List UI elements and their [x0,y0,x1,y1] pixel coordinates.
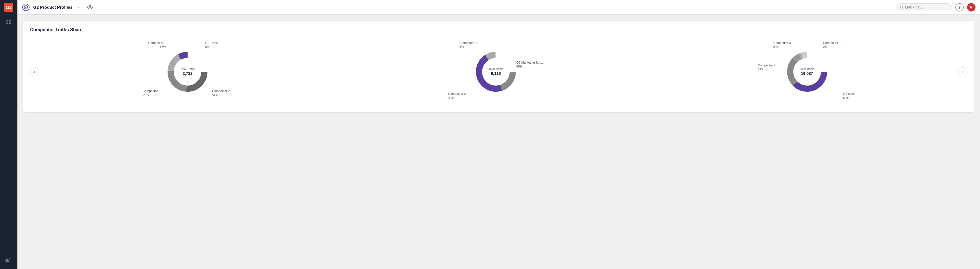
visibility-toggle[interactable] [87,5,93,10]
chart1-center-label: Total Traffic [180,67,195,71]
svg-rect-2 [6,20,8,21]
svg-point-8 [25,7,26,8]
chart1-center-value: 2,732 [180,71,195,76]
svg-rect-4 [6,22,8,24]
prev-arrow[interactable]: ‹ [30,67,39,76]
chart1-center: Total Traffic 2,732 [180,67,195,76]
donut-chart-1: Total Traffic 2,732 [164,48,212,96]
svg-rect-5 [9,22,11,24]
chart3-center-value: 19,087 [800,71,814,76]
chart3-label-g2com: G2.com,63% [843,92,855,100]
help-button[interactable]: ? [955,3,964,11]
card-title: Competitor Traffic Share [30,27,967,32]
next-arrow[interactable]: › [958,67,967,76]
chart3-center-label: Total Traffic [800,67,814,71]
charts-container: G2 Track,8% Competitor 116% Competitor 3… [39,38,958,106]
user-avatar[interactable]: R [967,3,975,11]
page-title: G2 Product Profiles [33,5,73,10]
competitor-traffic-card: Competitor Traffic Share ‹ G2 Track,8% C… [23,20,974,112]
header-dropdown-arrow[interactable] [76,5,80,10]
sidebar-logo[interactable]: G2 [0,0,18,14]
charts-wrapper: ‹ G2 Track,8% Competitor 116% Competitor… [30,38,967,106]
chart2-label-comp2: Competitor 245% [448,92,466,100]
quick-nav-input[interactable] [905,5,948,9]
quick-nav-search[interactable] [896,3,952,11]
svg-text:G2: G2 [6,5,11,10]
chart-item-3: Competitor 36% Competitor 12% Competitor… [757,38,858,106]
content-area: Competitor Traffic Share ‹ G2 Track,8% C… [18,14,980,269]
sidebar-item-dashboard[interactable] [0,14,18,29]
chart1-label-comp3: Competitor 325% [143,89,160,97]
svg-point-10 [900,6,903,8]
svg-rect-3 [9,20,11,21]
chart-item-1: G2 Track,8% Competitor 116% Competitor 3… [140,38,235,106]
chart2-label-g2mkt: G2 Marketing Sol....46% [516,61,544,69]
chart1-label-comp1: Competitor 116% [148,41,166,49]
chart-item-2: Competitor 18% G2 Marketing Sol....46% C… [448,38,544,106]
sidebar: G2 [0,0,18,269]
header-product-icon [22,3,30,11]
chart3-center: Total Traffic 19,087 [800,67,814,76]
svg-point-9 [89,6,91,8]
chart1-label-comp2: Competitor 251% [212,89,230,97]
g2-logo-icon: G2 [4,3,13,12]
export-icon[interactable] [5,257,11,264]
chart3-label-comp2: Competitor 224% [758,63,776,72]
main-area: G2 Product Profiles ? R Competitor Traff… [18,0,980,269]
chart2-center: Total Traffic 9,116 [489,67,503,76]
search-icon [900,5,903,9]
header: G2 Product Profiles ? R [18,0,980,14]
donut-chart-3: Total Traffic 19,087 [783,48,831,96]
donut-chart-2: Total Traffic 9,116 [472,48,520,96]
chart2-center-label: Total Traffic [489,67,503,71]
chart2-center-value: 9,116 [489,71,503,76]
